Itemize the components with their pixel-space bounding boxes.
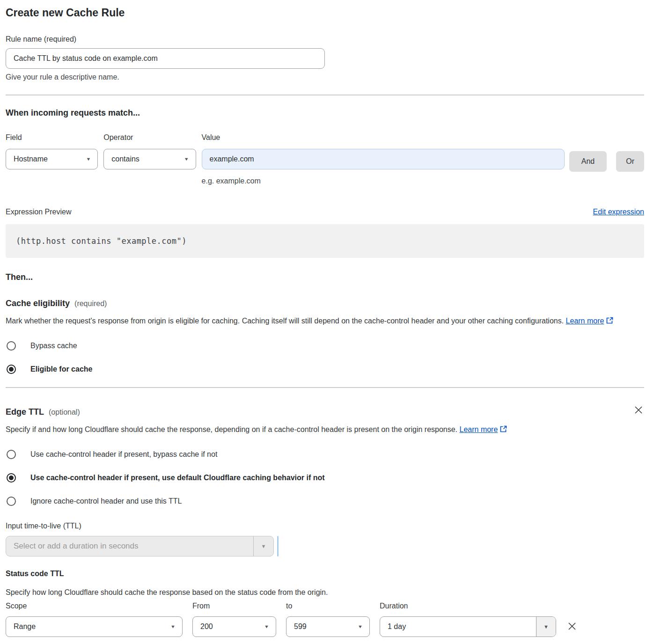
scope-select-value: Range [14, 622, 36, 631]
operator-label: Operator [103, 133, 196, 142]
value-input[interactable] [202, 149, 565, 169]
duration-label: Duration [380, 602, 556, 610]
to-column: to 599 ▼ [286, 602, 370, 637]
radio-bypass-cache[interactable]: Bypass cache [6, 341, 644, 351]
duration-select[interactable]: 1 day ▼ [380, 616, 556, 637]
field-select-value: Hostname [14, 155, 48, 163]
from-select[interactable]: 200 ▼ [192, 616, 276, 637]
status-code-ttl-title: Status code TTL [6, 570, 644, 578]
edge-ttl-description: Specify if and how long Cloudflare shoul… [6, 423, 635, 437]
chevron-down-icon: ▼ [86, 157, 91, 161]
expression-code: (http.host contains "example.com") [16, 236, 187, 246]
chevron-down-icon: ▼ [264, 624, 269, 629]
value-column: Value e.g. example.com [202, 133, 565, 185]
from-select-value: 200 [200, 622, 213, 631]
duration-column: Duration 1 day ▼ [380, 602, 556, 637]
radio-icon [7, 341, 16, 351]
edge-ttl-title: Edge TTL [6, 407, 44, 417]
edge-ttl-section: Edge TTL (optional) Specify if and how l… [6, 404, 644, 637]
scope-label: Scope [6, 602, 183, 610]
external-link-icon [499, 424, 507, 437]
ttl-input-label: Input time-to-live (TTL) [6, 522, 644, 530]
cache-eligibility-section: Cache eligibility (required) Mark whethe… [6, 299, 644, 374]
to-select-value: 599 [294, 622, 307, 631]
close-icon [567, 622, 577, 631]
operator-select[interactable]: contains ▼ [103, 149, 196, 169]
close-icon [634, 405, 643, 415]
chevron-down-icon: ▼ [184, 157, 189, 161]
expression-header: Expression Preview Edit expression [6, 208, 644, 216]
status-code-ttl-description: Specify how long Cloudflare should cache… [6, 588, 644, 597]
radio-use-header-default[interactable]: Use cache-control header if present, use… [6, 473, 644, 483]
and-button[interactable]: And [569, 151, 607, 172]
or-button[interactable]: Or [616, 151, 644, 172]
duration-select-value: 1 day [380, 617, 536, 637]
ttl-select-placeholder: Select or add a duration in seconds [6, 536, 253, 556]
page-title: Create new Cache Rule [6, 7, 644, 19]
to-select[interactable]: 599 ▼ [286, 616, 370, 637]
match-heading: When incoming requests match... [6, 108, 644, 118]
radio-use-header-bypass[interactable]: Use cache-control header if present, byp… [6, 450, 644, 459]
radio-icon [7, 497, 16, 506]
rule-name-help: Give your rule a descriptive name. [6, 73, 644, 81]
cache-eligibility-options: Bypass cache Eligible for cache [6, 341, 644, 374]
value-help: e.g. example.com [202, 177, 565, 185]
rule-name-label: Rule name (required) [6, 35, 644, 44]
radio-icon [7, 365, 16, 374]
edit-expression-link[interactable]: Edit expression [593, 208, 644, 216]
divider [6, 95, 644, 95]
external-link-icon [606, 315, 614, 329]
remove-status-code-row-button[interactable] [566, 621, 578, 632]
optional-badge: (optional) [49, 408, 80, 417]
edge-ttl-options: Use cache-control header if present, byp… [6, 450, 644, 506]
match-row: Field Hostname ▼ Operator contains ▼ Val… [6, 133, 644, 185]
cache-eligibility-description: Mark whether the request's response from… [6, 315, 635, 329]
expression-preview-label: Expression Preview [6, 208, 72, 216]
ttl-select-focus-indicator [277, 536, 279, 556]
operator-column: Operator contains ▼ [103, 133, 196, 169]
scope-select[interactable]: Range ▼ [6, 616, 183, 637]
scope-column: Scope Range ▼ [6, 602, 183, 637]
chevron-down-icon: ▼ [253, 536, 273, 556]
ttl-input-block: Input time-to-live (TTL) Select or add a… [6, 522, 644, 556]
operator-select-value: contains [111, 155, 140, 163]
from-label: From [192, 602, 276, 610]
learn-more-link[interactable]: Learn more [566, 317, 604, 325]
create-cache-rule-form: Create new Cache Rule Rule name (require… [0, 0, 661, 644]
chevron-down-icon: ▼ [170, 624, 176, 629]
rule-name-block: Rule name (required) Give your rule a de… [6, 35, 644, 81]
chevron-down-icon: ▼ [536, 617, 556, 637]
cache-eligibility-title: Cache eligibility [6, 299, 70, 308]
learn-more-link[interactable]: Learn more [460, 425, 498, 433]
from-column: From 200 ▼ [192, 602, 276, 637]
close-edge-ttl-button[interactable] [633, 404, 644, 416]
field-select[interactable]: Hostname ▼ [6, 149, 98, 169]
radio-icon [7, 450, 16, 459]
chevron-down-icon: ▼ [358, 624, 363, 629]
status-code-row: Scope Range ▼ From 200 ▼ to 599 ▼ [6, 602, 644, 637]
radio-icon [7, 473, 16, 483]
to-label: to [286, 602, 370, 610]
rule-name-input[interactable] [6, 48, 325, 69]
divider [6, 387, 644, 388]
andor-buttons: And Or [569, 151, 644, 172]
expression-preview-box: (http.host contains "example.com") [6, 224, 644, 258]
field-column: Field Hostname ▼ [6, 133, 98, 169]
ttl-duration-select: Select or add a duration in seconds ▼ [6, 536, 274, 556]
value-label: Value [202, 133, 565, 142]
radio-eligible-for-cache[interactable]: Eligible for cache [6, 365, 644, 374]
then-heading: Then... [6, 272, 644, 282]
radio-ignore-header[interactable]: Ignore cache-control header and use this… [6, 497, 644, 506]
field-label: Field [6, 133, 98, 142]
required-badge: (required) [74, 300, 107, 308]
